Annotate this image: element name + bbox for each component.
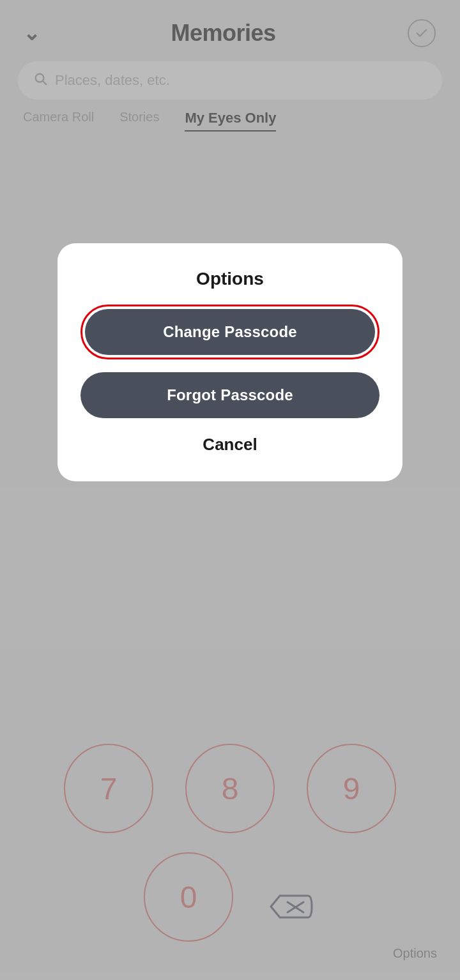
modal-title: Options <box>196 269 264 289</box>
cancel-button[interactable]: Cancel <box>203 431 257 458</box>
options-modal: Options Change Passcode Forgot Passcode … <box>57 243 402 481</box>
forgot-passcode-button[interactable]: Forgot Passcode <box>80 372 379 418</box>
change-passcode-button[interactable]: Change Passcode <box>85 309 375 355</box>
modal-overlay: Options Change Passcode Forgot Passcode … <box>0 0 460 980</box>
change-passcode-highlight: Change Passcode <box>80 305 379 359</box>
